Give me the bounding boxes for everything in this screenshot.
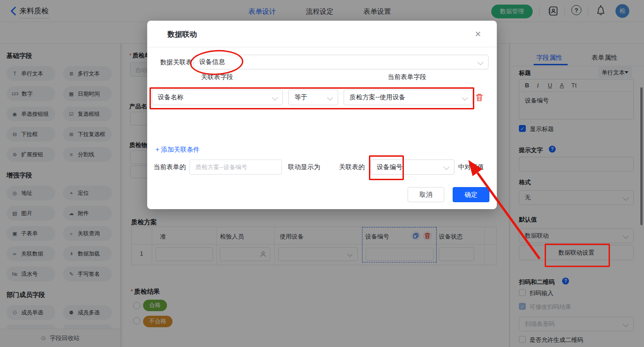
- condition-target-select[interactable]: 质检方案--使用设备: [344, 90, 473, 105]
- chevron-down-icon: [327, 95, 333, 101]
- app-window: 来料质检 表单设计 流程设定 表单设置 数据管理 ? 检 ⊘ 表单外链 </> …: [0, 0, 644, 347]
- relation-table-select[interactable]: 设备信息: [193, 55, 489, 69]
- delete-condition-icon[interactable]: [476, 93, 483, 102]
- chevron-down-icon: [477, 59, 483, 65]
- display-rel-field-select[interactable]: 设备编号: [371, 159, 454, 175]
- display-suffix-label: 中对应值: [458, 163, 484, 171]
- condition-operator-select[interactable]: 等于: [288, 90, 338, 105]
- plus-icon: +: [155, 146, 159, 153]
- divider: [147, 47, 497, 47]
- display-field-input[interactable]: [190, 159, 282, 175]
- display-mid-label: 联动显示为: [288, 163, 320, 171]
- add-condition-link[interactable]: + 添加关联条件: [155, 146, 200, 154]
- cancel-button[interactable]: 取消: [408, 187, 444, 202]
- chevron-down-icon: [272, 95, 278, 101]
- display-rel-label: 关联表的: [339, 163, 365, 171]
- display-prefix-label: 当前表单的: [154, 163, 186, 171]
- confirm-button[interactable]: 确定: [453, 187, 489, 202]
- chevron-down-icon: [462, 95, 468, 101]
- close-icon[interactable]: ✕: [475, 29, 481, 39]
- data-linkage-modal: 数据联动 ✕ 数据关联表 设备信息 关联表字段 当前表单字段 设备名称 等于 质…: [147, 21, 497, 209]
- condition-field-select[interactable]: 设备名称: [152, 90, 283, 105]
- modal-title: 数据联动: [167, 30, 197, 40]
- chevron-down-icon: [443, 164, 449, 170]
- column-header-form-field: 当前表单字段: [388, 73, 426, 81]
- column-header-relation-field: 关联表字段: [201, 73, 233, 81]
- relation-table-label: 数据关联表: [160, 58, 192, 67]
